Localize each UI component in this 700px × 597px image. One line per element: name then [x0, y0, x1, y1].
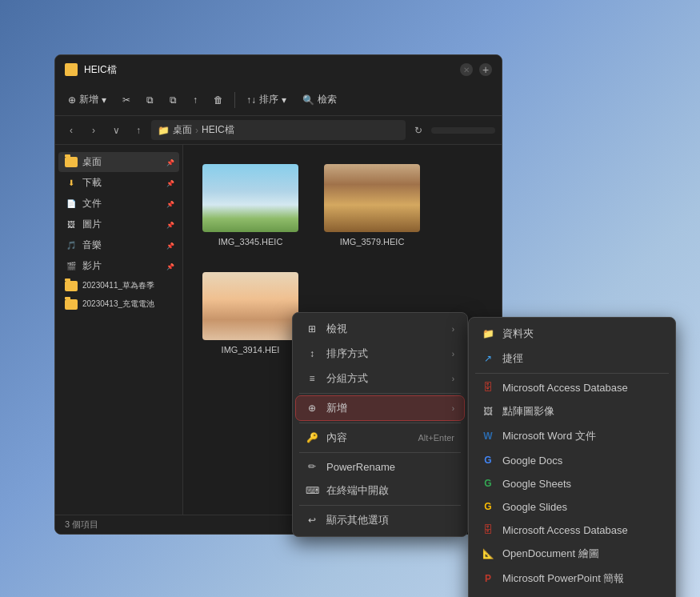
- new-tab-button[interactable]: +: [479, 63, 492, 76]
- music-icon: 🎵: [65, 239, 78, 252]
- new-submenu: 📁 資料夾 ↗ 捷徑 🗄 Microsoft Access Database 🖼…: [468, 317, 676, 597]
- menu-item-view[interactable]: ⊞ 檢視 ›: [296, 317, 464, 341]
- sidebar-item-docs[interactable]: 📄 文件 📌: [58, 194, 179, 214]
- window-icon: [65, 63, 78, 76]
- new-folder-item[interactable]: 📁 資料夾: [472, 322, 672, 346]
- sort-chevron: ▾: [282, 94, 286, 106]
- sidebar-label-download: 下載: [82, 176, 102, 190]
- new-gdocs-item[interactable]: G Google Docs: [472, 449, 672, 471]
- shortcut-icon: ↗: [482, 352, 494, 365]
- context-menu: ⊞ 檢視 › ↕ 排序方式 › ≡ 分組方式 › ⊕ 新增 › 🔑 內容 Alt…: [292, 312, 468, 537]
- menu-separator-1: [299, 393, 461, 394]
- file-item-3[interactable]: IMG_3914.HEI: [196, 266, 305, 361]
- new-button[interactable]: ⊕ 新增 ▾: [62, 90, 113, 110]
- menu-item-rename[interactable]: ✏ PowerRename: [296, 455, 464, 478]
- search-icon: 🔍: [302, 94, 314, 106]
- access-icon-2: 🗄: [482, 523, 494, 536]
- new-access-item-2[interactable]: 🗄 Microsoft Access Database: [472, 519, 672, 541]
- delete-button[interactable]: 🗑: [207, 91, 230, 109]
- rename-label: PowerRename: [326, 461, 454, 473]
- file-thumb-cat: [324, 164, 420, 232]
- copy-button[interactable]: ⧉: [140, 91, 160, 109]
- sidebar-label-music: 音樂: [82, 238, 102, 252]
- sidebar-item-video[interactable]: 🎬 影片 📌: [58, 256, 179, 276]
- word-icon: W: [482, 430, 494, 443]
- view-icon: ⊞: [306, 323, 318, 335]
- menu-item-new[interactable]: ⊕ 新增 ›: [296, 396, 464, 420]
- new-gsheets-item[interactable]: G Google Sheets: [472, 472, 672, 495]
- video-icon: 🎬: [65, 260, 78, 273]
- cut-icon: ✂: [122, 94, 130, 106]
- search-button[interactable]: 🔍 檢索: [296, 90, 343, 110]
- address-path[interactable]: 📁 桌面 › HEIC檔: [151, 120, 406, 140]
- view-label: 檢視: [326, 322, 444, 336]
- share-button[interactable]: ↑: [186, 91, 204, 109]
- up-button[interactable]: ↑: [129, 121, 148, 140]
- sidebar-item-desktop[interactable]: 桌面 📌: [58, 152, 179, 172]
- pin-icon-pics: 📌: [166, 222, 173, 228]
- new-icon: ⊕: [68, 94, 76, 106]
- back-button[interactable]: ‹: [62, 121, 81, 140]
- sidebar-label-desktop: 桌面: [82, 155, 102, 169]
- sidebar-item-download[interactable]: ⬇ 下載 📌: [58, 173, 179, 193]
- new-publisher-item[interactable]: P Microsoft Publisher Document: [472, 591, 672, 597]
- gsheets-icon: G: [482, 477, 494, 490]
- sidebar: 桌面 📌 ⬇ 下載 📌 📄 文件 📌 🖼 圖片 📌 🎵 音樂 📌: [55, 145, 183, 515]
- path-desktop: 桌面: [173, 123, 192, 137]
- file-name-2: IMG_3579.HEIC: [340, 237, 405, 246]
- toolbar-separator: [234, 92, 235, 108]
- new-ppt-item[interactable]: P Microsoft PowerPoint 簡報: [472, 567, 672, 591]
- new-gslides-label: Google Slides: [502, 501, 662, 513]
- pin-icon-dl: 📌: [166, 180, 173, 186]
- new-bitmap-label: 點陣圖影像: [502, 404, 662, 419]
- menu-item-sort[interactable]: ↕ 排序方式 ›: [296, 342, 464, 366]
- expand-button[interactable]: ∨: [106, 121, 126, 140]
- props-shortcut: Alt+Enter: [418, 433, 454, 443]
- new-arrow: ›: [452, 404, 454, 413]
- search-box[interactable]: [431, 127, 495, 134]
- new-bitmap-item[interactable]: 🖼 點陣圖影像: [472, 399, 672, 423]
- new-opendoc-item[interactable]: 📐 OpenDocument 繪圖: [472, 542, 672, 566]
- close-button[interactable]: ✕: [460, 63, 473, 76]
- new-word-item[interactable]: W Microsoft Word 文件: [472, 424, 672, 448]
- forward-button[interactable]: ›: [84, 121, 103, 140]
- rename-icon: ✏: [306, 460, 318, 473]
- sidebar-item-music[interactable]: 🎵 音樂 📌: [58, 235, 179, 255]
- refresh-button[interactable]: ↻: [409, 121, 428, 140]
- sort-icon: ↑↓: [246, 94, 256, 106]
- sidebar-item-spring[interactable]: 20230411_草為春季: [58, 277, 179, 294]
- menu-item-more[interactable]: ↩ 顯示其他選項: [296, 508, 464, 532]
- menu-item-properties[interactable]: 🔑 內容 Alt+Enter: [296, 426, 464, 450]
- new-chevron: ▾: [102, 94, 106, 106]
- new-sep-1: [475, 373, 669, 374]
- menu-item-terminal[interactable]: ⌨ 在終端中開啟: [296, 479, 464, 503]
- title-bar: HEIC檔 ✕ +: [55, 55, 502, 84]
- sort-button[interactable]: ↑↓ 排序 ▾: [240, 90, 293, 110]
- sidebar-label-battery: 20230413_充電電池: [82, 298, 154, 310]
- sidebar-item-battery[interactable]: 20230413_充電電池: [58, 295, 179, 313]
- file-item-1[interactable]: IMG_3345.HEIC: [196, 158, 305, 253]
- sort-arrow: ›: [452, 350, 454, 359]
- new-shortcut-item[interactable]: ↗ 捷徑: [472, 347, 672, 371]
- menu-item-group[interactable]: ≡ 分組方式 ›: [296, 367, 464, 391]
- terminal-label: 在終端中開啟: [326, 483, 454, 498]
- pin-icon-video: 📌: [166, 263, 173, 270]
- sort-label: 排序方式: [326, 347, 444, 361]
- menu-separator-2: [299, 423, 461, 423]
- sidebar-item-pics[interactable]: 🖼 圖片 📌: [58, 214, 179, 234]
- path-folder: HEIC檔: [202, 123, 234, 137]
- gdocs-icon: G: [482, 454, 494, 467]
- new-access-label-1: Microsoft Access Database: [502, 382, 662, 394]
- new-gslides-item[interactable]: G Google Slides: [472, 495, 672, 518]
- cut-button[interactable]: ✂: [116, 91, 137, 109]
- file-item-2[interactable]: IMG_3579.HEIC: [318, 158, 426, 253]
- new-ppt-label: Microsoft PowerPoint 簡報: [502, 571, 662, 586]
- file-thumb-sky: [202, 164, 298, 232]
- paste-button[interactable]: ⧉: [163, 91, 183, 109]
- group-icon: ≡: [306, 372, 318, 385]
- new-gsheets-label: Google Sheets: [502, 478, 662, 490]
- file-name-1: IMG_3345.HEIC: [218, 237, 283, 246]
- pin-icon-docs: 📌: [166, 201, 173, 207]
- new-label: 新增: [326, 401, 444, 415]
- new-access-item-1[interactable]: 🗄 Microsoft Access Database: [472, 376, 672, 399]
